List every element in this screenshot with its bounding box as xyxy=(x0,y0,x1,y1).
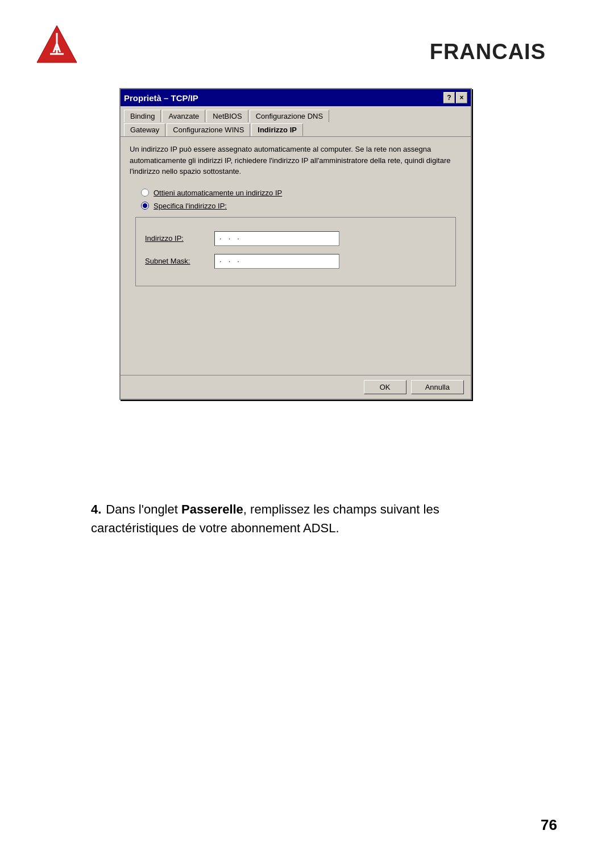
radio-manual-label: Specifica l'indirizzo IP: xyxy=(154,202,227,210)
ip-input[interactable]: · · · xyxy=(214,231,339,246)
tab-row-1: Binding Avanzate NetBIOS Configurazione … xyxy=(124,110,329,122)
ok-button[interactable]: OK xyxy=(364,380,406,394)
title-bar: Proprietà – TCP/IP ? × xyxy=(121,89,471,106)
svg-text:A: A xyxy=(52,41,61,55)
close-button[interactable]: × xyxy=(456,92,467,103)
subnet-input[interactable]: · · · xyxy=(214,254,339,269)
brand-logo-icon: A xyxy=(34,23,80,68)
radio-manual-input[interactable] xyxy=(141,202,149,210)
tab-configurazione-dns[interactable]: Configurazione DNS xyxy=(250,110,330,122)
subnet-dot-2: · xyxy=(229,257,231,265)
ip-label: Indirizzo IP: xyxy=(145,234,208,243)
tab-binding[interactable]: Binding xyxy=(124,110,161,122)
radio-group: Ottieni automaticamente un indirizzo IP … xyxy=(141,189,462,210)
tcp-ip-dialog: Proprietà – TCP/IP ? × Binding Avanzate … xyxy=(119,88,472,400)
tab-netbios[interactable]: NetBIOS xyxy=(206,110,248,122)
subnet-field-row: Subnet Mask: · · · xyxy=(145,254,446,269)
dialog-title: Proprietà – TCP/IP xyxy=(124,93,198,103)
tab-configurazione-wins[interactable]: Configurazione WINS xyxy=(167,123,250,136)
description-text: Un indirizzo IP può essere assegnato aut… xyxy=(130,144,462,177)
subnet-dot-3: · xyxy=(237,257,239,265)
ip-dot-2: · xyxy=(229,234,231,243)
instruction-number: 4. xyxy=(91,502,101,516)
help-button[interactable]: ? xyxy=(443,92,455,103)
instruction-bold-word: Passerelle xyxy=(181,502,243,516)
radio-auto-label: Ottieni automaticamente un indirizzo IP xyxy=(154,189,282,197)
tab-row-2: Gateway Configurazione WINS Indirizzo IP xyxy=(124,123,303,136)
tab-indirizzo-ip[interactable]: Indirizzo IP xyxy=(251,123,303,136)
logo: A xyxy=(34,23,80,70)
dialog-buttons: OK Annulla xyxy=(121,375,471,399)
ip-field-row: Indirizzo IP: · · · xyxy=(145,231,446,246)
instruction-text-before: Dans l'onglet xyxy=(106,502,181,516)
tab-bar: Binding Avanzate NetBIOS Configurazione … xyxy=(121,106,471,136)
ip-group-box: Indirizzo IP: · · · Subnet Mask: · · · xyxy=(135,217,456,286)
radio-manual-option[interactable]: Specifica l'indirizzo IP: xyxy=(141,202,462,210)
ip-dot-1: · xyxy=(219,234,222,243)
ip-dot-3: · xyxy=(237,234,239,243)
language-heading: FRANCAIS xyxy=(430,40,546,64)
page-number: 76 xyxy=(541,816,557,834)
tab-avanzate[interactable]: Avanzate xyxy=(162,110,205,122)
instruction-block: 4.Dans l'onglet Passerelle, remplissez l… xyxy=(91,500,523,537)
subnet-dot-1: · xyxy=(219,257,222,265)
cancel-button[interactable]: Annulla xyxy=(411,380,464,394)
radio-auto-option[interactable]: Ottieni automaticamente un indirizzo IP xyxy=(141,189,462,197)
radio-auto-input[interactable] xyxy=(141,189,149,197)
subnet-label: Subnet Mask: xyxy=(145,257,208,265)
tab-gateway[interactable]: Gateway xyxy=(124,123,165,136)
title-bar-buttons: ? × xyxy=(443,92,467,103)
tab-content: Un indirizzo IP può essere assegnato aut… xyxy=(121,136,471,375)
